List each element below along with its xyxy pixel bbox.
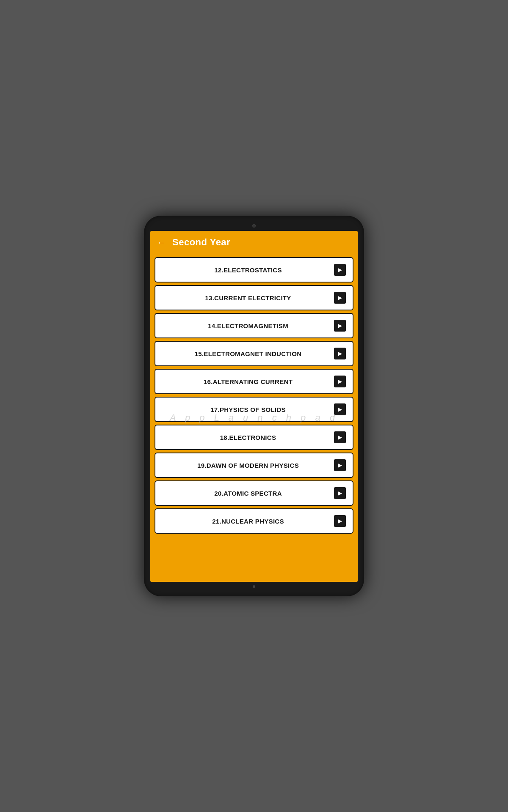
chapter-item-ch13[interactable]: 13.CURRENT ELECTRICITY (155, 285, 353, 310)
chapters-list: A p p L a u n c h p a d 12.ELECTROSTATIC… (150, 254, 358, 582)
chapter-label: 16.ALTERNATING CURRENT (162, 378, 334, 385)
home-indicator (253, 585, 255, 588)
chapter-item-ch18[interactable]: 18.ELECTRONICS (155, 425, 353, 450)
chapter-item-ch20[interactable]: 20.ATOMIC SPECTRA (155, 480, 353, 506)
chapter-arrow-icon (334, 403, 346, 415)
chapter-label: 17.PHYSICS OF SOLIDS (162, 406, 334, 413)
chapter-item-ch14[interactable]: 14.ELECTROMAGNETISM (155, 313, 353, 338)
chapter-arrow-icon (334, 515, 346, 527)
chapter-label: 20.ATOMIC SPECTRA (162, 490, 334, 497)
chapter-item-ch15[interactable]: 15.ELECTROMAGNET INDUCTION (155, 341, 353, 366)
chapter-item-ch17[interactable]: 17.PHYSICS OF SOLIDS (155, 397, 353, 422)
device-frame: ← Second Year A p p L a u n c h p a d 12… (144, 216, 364, 596)
chapter-arrow-icon (334, 487, 346, 499)
camera-dot (252, 224, 256, 228)
chapter-label: 13.CURRENT ELECTRICITY (162, 294, 334, 302)
chapter-item-ch19[interactable]: 19.DAWN OF MODERN PHYSICS (155, 453, 353, 478)
chapter-label: 21.NUCLEAR PHYSICS (162, 518, 334, 525)
chapter-item-ch16[interactable]: 16.ALTERNATING CURRENT (155, 369, 353, 394)
back-button[interactable]: ← (157, 238, 166, 247)
chapter-label: 14.ELECTROMAGNETISM (162, 322, 334, 329)
chapter-label: 12.ELECTROSTATICS (162, 266, 334, 274)
chapter-arrow-icon (334, 348, 346, 359)
chapter-arrow-icon (334, 292, 346, 304)
chapter-label: 18.ELECTRONICS (162, 434, 334, 441)
chapter-label: 15.ELECTROMAGNET INDUCTION (162, 350, 334, 357)
chapter-arrow-icon (334, 431, 346, 443)
chapter-label: 19.DAWN OF MODERN PHYSICS (162, 462, 334, 469)
chapter-item-ch12[interactable]: 12.ELECTROSTATICS (155, 257, 353, 283)
app-header: ← Second Year (150, 231, 358, 254)
chapter-arrow-icon (334, 320, 346, 332)
chapter-arrow-icon (334, 459, 346, 471)
chapter-item-ch21[interactable]: 21.NUCLEAR PHYSICS (155, 508, 353, 534)
page-title: Second Year (172, 237, 230, 248)
device-screen: ← Second Year A p p L a u n c h p a d 12… (150, 231, 358, 582)
chapter-arrow-icon (334, 376, 346, 387)
chapter-arrow-icon (334, 264, 346, 276)
